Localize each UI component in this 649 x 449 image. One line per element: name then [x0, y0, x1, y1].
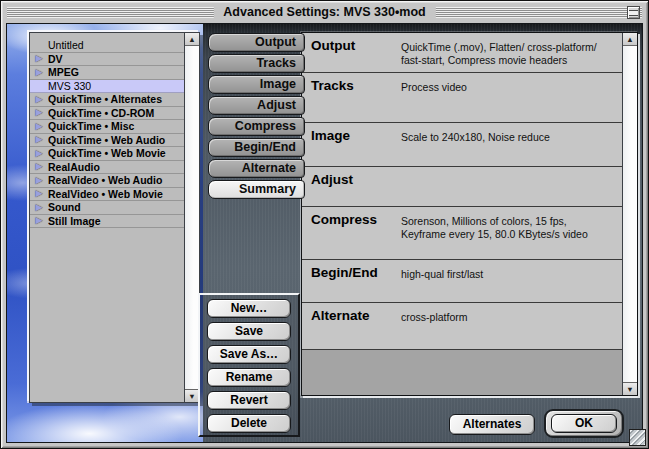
summary-row-image: ImageScale to 240x180, Noise reduce	[302, 123, 622, 167]
preset-item-quicktime-alternates[interactable]: ▶QuickTime • Alternates	[30, 93, 184, 107]
preset-item-label: QuickTime • Alternates	[48, 93, 184, 105]
summary-row-compress: CompressSorenson, Millions of colors, 15…	[302, 207, 622, 260]
preset-item-quicktime-cd-rom[interactable]: ▶QuickTime • CD-ROM	[30, 107, 184, 121]
summary-row-value: QuickTime (.mov), Flatten/ cross-platfor…	[401, 33, 622, 72]
collapse-box-icon[interactable]	[627, 6, 640, 19]
summary-row-output: OutputQuickTime (.mov), Flatten/ cross-p…	[302, 33, 622, 73]
summary-row-label: Compress	[302, 207, 401, 259]
preset-item-label: QuickTime • Misc	[48, 120, 184, 132]
preset-item-label: Untitled	[48, 39, 184, 51]
preset-item-quicktime-web-movie[interactable]: ▶QuickTime • Web Movie	[30, 147, 184, 161]
summary-row-value: Process video	[401, 73, 622, 122]
tab-adjust[interactable]: Adjust	[208, 96, 305, 115]
summary-row-value: Scale to 240x180, Noise reduce	[401, 123, 622, 166]
summary-rows: OutputQuickTime (.mov), Flatten/ cross-p…	[302, 33, 622, 350]
disclosure-triangle-icon[interactable]: ▶	[30, 187, 48, 200]
preset-item-label: RealVideo • Web Audio	[48, 174, 184, 186]
preset-item-quicktime-web-audio[interactable]: ▶QuickTime • Web Audio	[30, 134, 184, 148]
summary-row-value	[401, 167, 622, 206]
preset-item-label: RealAudio	[48, 161, 184, 173]
tab-alternate[interactable]: Alternate	[208, 159, 305, 178]
summary-row-label: Adjust	[302, 167, 401, 206]
disclosure-triangle-icon[interactable]: ▶	[30, 201, 48, 214]
settings-tabs: OutputTracksImageAdjustCompressBegin/End…	[208, 33, 305, 201]
scrollbar-track[interactable]	[623, 46, 637, 382]
tab-output[interactable]: Output	[208, 33, 305, 52]
dialog-content: Untitled▶DV▶MPEGMVS 330▶QuickTime • Alte…	[6, 23, 643, 443]
tab-summary[interactable]: Summary	[208, 180, 305, 199]
tab-image[interactable]: Image	[208, 75, 305, 94]
title-bar[interactable]: Advanced Settings: MVS 330•mod	[5, 4, 644, 21]
disclosure-triangle-icon[interactable]: ▶	[30, 66, 48, 79]
tab-compress[interactable]: Compress	[208, 117, 305, 136]
summary-row-label: Image	[302, 123, 401, 166]
preset-item-label: QuickTime • CD-ROM	[48, 107, 184, 119]
preset-item-label: MPEG	[48, 66, 184, 78]
preset-item-realvideo-web-audio[interactable]: ▶RealVideo • Web Audio	[30, 174, 184, 188]
preset-item-label: DV	[48, 53, 184, 65]
advanced-settings-window: Advanced Settings: MVS 330•mod Untitled▶…	[0, 0, 649, 449]
save-as-button[interactable]: Save As…	[207, 345, 291, 364]
summary-row-label: Begin/End	[302, 260, 401, 302]
preset-item-mpeg[interactable]: ▶MPEG	[30, 66, 184, 80]
delete-button[interactable]: Delete	[207, 414, 291, 433]
summary-row-value: cross-platform	[401, 303, 622, 349]
disclosure-triangle-icon[interactable]: ▶	[30, 160, 48, 173]
preset-list-rows: Untitled▶DV▶MPEGMVS 330▶QuickTime • Alte…	[30, 33, 184, 402]
disclosure-triangle-icon[interactable]: ▶	[30, 93, 48, 106]
disclosure-triangle-icon[interactable]: ▶	[30, 52, 48, 65]
summary-row-value: high-qual first/last	[401, 260, 622, 302]
scroll-up-icon[interactable]: ▲	[185, 33, 199, 46]
summary-row-adjust: Adjust	[302, 167, 622, 207]
summary-row-alternate: Alternatecross-platform	[302, 303, 622, 350]
window-title: Advanced Settings: MVS 330•mod	[213, 4, 435, 21]
summary-panel: OutputQuickTime (.mov), Flatten/ cross-p…	[301, 32, 638, 396]
scroll-down-icon[interactable]: ▼	[185, 389, 199, 402]
new-button[interactable]: New…	[207, 299, 291, 318]
scroll-down-icon[interactable]: ▼	[623, 382, 637, 395]
preset-list-scrollbar[interactable]: ▲ ▼	[184, 33, 199, 402]
disclosure-triangle-icon[interactable]: ▶	[30, 133, 48, 146]
disclosure-triangle-icon[interactable]: ▶	[30, 120, 48, 133]
summary-row-label: Output	[302, 33, 401, 72]
alternates-button[interactable]: Alternates	[449, 414, 535, 435]
tab-tracks[interactable]: Tracks	[208, 54, 305, 73]
preset-item-realvideo-web-movie[interactable]: ▶RealVideo • Web Movie	[30, 188, 184, 202]
summary-row-label: Alternate	[302, 303, 401, 349]
preset-item-quicktime-misc[interactable]: ▶QuickTime • Misc	[30, 120, 184, 134]
disclosure-triangle-icon[interactable]: ▶	[30, 106, 48, 119]
tab-begin-end[interactable]: Begin/End	[208, 138, 305, 157]
preset-item-dv[interactable]: ▶DV	[30, 53, 184, 67]
preset-actions-panel: New…SaveSave As…RenameRevertDelete	[198, 293, 300, 437]
ok-default-ring: OK	[544, 409, 624, 438]
preset-item-still-image[interactable]: ▶Still Image	[30, 215, 184, 229]
preset-item-label: Still Image	[48, 215, 184, 227]
summary-row-tracks: TracksProcess video	[302, 73, 622, 123]
disclosure-triangle-icon[interactable]: ▶	[30, 214, 48, 227]
summary-row-label: Tracks	[302, 73, 401, 122]
preset-item-sound[interactable]: ▶Sound	[30, 201, 184, 215]
preset-item-mvs-330[interactable]: MVS 330	[30, 80, 184, 94]
preset-list: Untitled▶DV▶MPEGMVS 330▶QuickTime • Alte…	[29, 32, 200, 403]
scrollbar-track[interactable]	[185, 46, 199, 389]
disclosure-triangle-icon[interactable]: ▶	[30, 147, 48, 160]
preset-item-label: QuickTime • Web Movie	[48, 147, 184, 159]
resize-grip-icon[interactable]	[629, 429, 646, 446]
revert-button[interactable]: Revert	[207, 391, 291, 410]
preset-item-untitled[interactable]: Untitled	[30, 39, 184, 53]
scroll-up-icon[interactable]: ▲	[623, 33, 637, 46]
preset-item-realaudio[interactable]: ▶RealAudio	[30, 161, 184, 175]
preset-item-label: MVS 330	[48, 80, 184, 92]
preset-item-label: QuickTime • Web Audio	[48, 134, 184, 146]
summary-row-value: Sorenson, Millions of colors, 15 fps, Ke…	[401, 207, 622, 259]
rename-button[interactable]: Rename	[207, 368, 291, 387]
disclosure-triangle-icon[interactable]: ▶	[30, 174, 48, 187]
ok-button[interactable]: OK	[551, 414, 617, 433]
summary-row-begin-end: Begin/Endhigh-qual first/last	[302, 260, 622, 303]
preset-item-label: Sound	[48, 201, 184, 213]
summary-scrollbar[interactable]: ▲ ▼	[622, 33, 637, 395]
preset-item-label: RealVideo • Web Movie	[48, 188, 184, 200]
save-button[interactable]: Save	[207, 322, 291, 341]
